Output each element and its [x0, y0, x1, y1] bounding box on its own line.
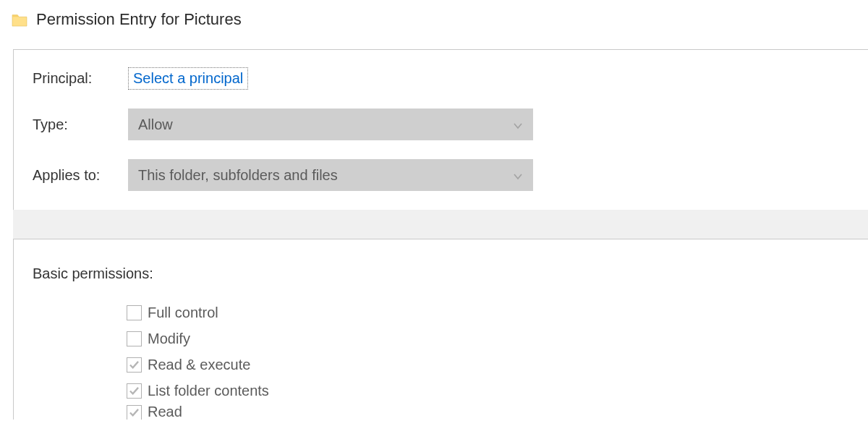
applies-to-dropdown-value: This folder, subfolders and files — [138, 167, 338, 184]
select-principal-link[interactable]: Select a principal — [128, 67, 248, 90]
permission-label: Read — [148, 404, 182, 420]
checkbox-full-control[interactable] — [127, 305, 142, 320]
permission-label: Read & execute — [148, 357, 250, 373]
window-title: Permission Entry for Pictures — [36, 10, 242, 29]
chevron-down-icon — [513, 116, 523, 133]
permission-item-read-execute: Read & execute — [127, 352, 849, 378]
checkbox-read-execute[interactable] — [127, 357, 142, 373]
permission-item-list-folder: List folder contents — [127, 378, 849, 404]
chevron-down-icon — [513, 167, 523, 184]
applies-to-label: Applies to: — [33, 167, 128, 184]
folder-icon — [12, 12, 27, 27]
permission-label: List folder contents — [148, 383, 269, 399]
checkbox-modify[interactable] — [127, 331, 142, 346]
permission-item-read: Read — [127, 404, 849, 420]
basic-permissions-label: Basic permissions: — [33, 265, 849, 282]
checkbox-list-folder[interactable] — [127, 383, 142, 399]
principal-panel: Principal: Select a principal Type: Allo… — [13, 49, 868, 210]
permissions-panel: Basic permissions: Full control Modify R… — [13, 239, 868, 420]
checkbox-read[interactable] — [127, 405, 142, 420]
type-dropdown[interactable]: Allow — [128, 109, 533, 140]
permission-label: Full control — [148, 305, 218, 321]
permissions-list: Full control Modify Read & execute List … — [127, 299, 849, 420]
permission-item-full-control: Full control — [127, 299, 849, 326]
permission-label: Modify — [148, 331, 190, 347]
title-bar: Permission Entry for Pictures — [0, 0, 868, 41]
principal-label: Principal: — [33, 70, 128, 87]
permission-item-modify: Modify — [127, 326, 849, 352]
applies-to-row: Applies to: This folder, subfolders and … — [33, 159, 849, 191]
type-label: Type: — [33, 116, 128, 133]
type-dropdown-value: Allow — [138, 116, 173, 133]
type-row: Type: Allow — [33, 109, 849, 140]
principal-row: Principal: Select a principal — [33, 67, 849, 90]
applies-to-dropdown[interactable]: This folder, subfolders and files — [128, 159, 533, 191]
panel-gap — [13, 210, 868, 239]
